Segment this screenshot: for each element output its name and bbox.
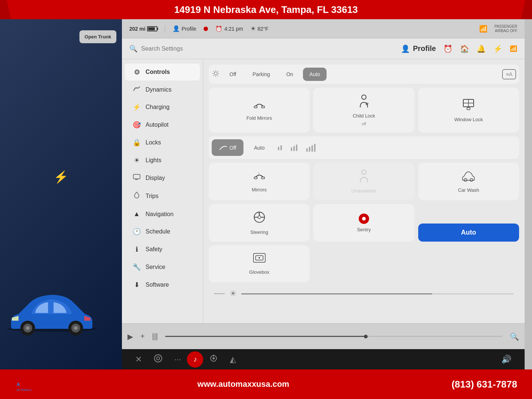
- svg-point-32: [470, 178, 473, 181]
- headlights-icon: [212, 69, 220, 79]
- sidebar-item-locks[interactable]: 🔒 Locks: [125, 134, 200, 151]
- open-trunk-button[interactable]: Open Trunk: [79, 30, 116, 43]
- sidebar-item-dynamics[interactable]: Dynamics: [125, 81, 200, 98]
- lights-icon: ☀: [132, 156, 141, 164]
- lights-parking-button[interactable]: Parking: [246, 68, 276, 81]
- sidebar-item-charging[interactable]: ⚡ Charging: [125, 99, 200, 116]
- lights-auto-button[interactable]: Auto: [303, 68, 327, 81]
- sidebar-item-autopilot[interactable]: 🎯 Autopilot: [125, 116, 200, 133]
- profile-header-label: Profile: [413, 44, 436, 53]
- sidebar-navigation-label: Navigation: [146, 211, 174, 218]
- car-wash-label: Car Wash: [458, 187, 479, 193]
- display-icon: [132, 174, 141, 182]
- search-input[interactable]: [141, 45, 397, 52]
- brightness-line: [214, 293, 225, 294]
- steering-card[interactable]: ↕ Steering: [209, 204, 310, 242]
- menu-nav-button[interactable]: ···: [168, 352, 187, 367]
- charging-icon: ⚡: [132, 103, 141, 111]
- media-progress-bar[interactable]: [165, 336, 502, 337]
- screen-body: ⊙ Controls Dynamics ⚡ Charging 🎯 Autopil…: [122, 59, 525, 323]
- profile-icon-sm: 👤: [173, 25, 180, 32]
- media-eq-button[interactable]: |||: [152, 332, 158, 341]
- media-progress-fill: [165, 336, 368, 337]
- media-add-button[interactable]: +: [140, 332, 145, 341]
- glovebox-card[interactable]: Glovebox: [209, 245, 310, 282]
- music-nav-button[interactable]: ♪: [187, 351, 203, 368]
- svg-point-8: [74, 326, 78, 330]
- wiper-bar-6: [306, 148, 308, 152]
- svg-text:A: A: [17, 382, 20, 387]
- window-lock-card[interactable]: Window Lock: [418, 88, 519, 133]
- wiper-bar-8: [311, 145, 313, 152]
- bottom-banner: A AUTOMAXX www.automaxxusa.com (813) 631…: [0, 369, 532, 399]
- sidebar-item-lights[interactable]: ☀ Lights: [125, 152, 200, 169]
- sidebar-item-safety[interactable]: ℹ Safety: [125, 241, 200, 258]
- fold-mirrors-label: Fold Mirrors: [246, 115, 272, 121]
- time-display: 4:21 pm: [224, 26, 243, 32]
- clock-status: ⏰ 4:21 pm: [215, 25, 243, 32]
- car-side-panel: Open Trunk ⚡: [0, 19, 122, 369]
- sentry-dot: [359, 214, 369, 224]
- sentry-card[interactable]: Sentry: [313, 204, 414, 242]
- volume-nav-button[interactable]: 🔊: [495, 352, 517, 367]
- safety-icon: ℹ: [132, 245, 141, 253]
- window-lock-icon: [462, 98, 475, 114]
- svg-rect-9: [133, 174, 140, 179]
- window-lock-label: Window Lock: [454, 117, 483, 122]
- service-icon: 🔧: [132, 263, 141, 271]
- sidebar-software-label: Software: [146, 282, 169, 288]
- joystick-nav-button[interactable]: [203, 351, 224, 368]
- top-banner: 14919 N Nebraska Ave, Tampa, FL 33613: [0, 0, 532, 19]
- map-nav-button[interactable]: ◭: [224, 352, 242, 367]
- media-search-button[interactable]: 🔍: [510, 332, 519, 341]
- sidebar-item-display[interactable]: Display: [125, 170, 200, 186]
- svg-line-18: [214, 75, 214, 76]
- automaxx-logo: A AUTOMAXX: [15, 376, 35, 393]
- sidebar-charging-label: Charging: [146, 104, 170, 110]
- wipers-off-button[interactable]: Off: [212, 139, 243, 156]
- svg-rect-27: [254, 177, 257, 179]
- car-wash-card[interactable]: Car Wash: [418, 163, 519, 200]
- brightness-slider[interactable]: [241, 293, 514, 294]
- passenger-airbag-badge: PASSENGER AIRBAG OFF: [495, 24, 518, 33]
- sentry-inner-dot: [362, 217, 366, 221]
- mirrors-card[interactable]: ↕ Mirrors: [209, 163, 310, 200]
- sidebar-item-schedule[interactable]: 🕐 Schedule: [125, 223, 200, 240]
- sidebar-item-service[interactable]: 🔧 Service: [125, 259, 200, 276]
- controls-content: Off Parking On Auto ≡A: [203, 59, 525, 323]
- sidebar-item-navigation[interactable]: ▲ Navigation: [125, 206, 200, 222]
- map-signal-icon: 📶: [479, 25, 487, 33]
- software-icon: ⬇: [132, 281, 141, 289]
- close-nav-button[interactable]: ✕: [129, 352, 148, 367]
- sidebar-locks-label: Locks: [146, 139, 161, 146]
- profile-status[interactable]: 👤 Profile: [173, 25, 197, 32]
- main-content: Open Trunk ⚡: [0, 19, 532, 369]
- svg-rect-19: [254, 106, 257, 108]
- svg-point-10: [214, 72, 217, 75]
- lights-on-label: On: [286, 71, 293, 77]
- home-icon: 🏠: [460, 44, 469, 53]
- wiper-speed-bars-2: [288, 141, 300, 154]
- media-play-button[interactable]: ▶: [127, 332, 133, 341]
- camera-nav-button[interactable]: [148, 351, 168, 368]
- svg-rect-28: [262, 177, 265, 179]
- svg-text:AUTOMAXX: AUTOMAXX: [17, 388, 31, 391]
- lights-off-button[interactable]: Off: [223, 68, 243, 81]
- battery-tip: [157, 28, 158, 30]
- lights-on-button[interactable]: On: [280, 68, 300, 81]
- sidebar-item-trips[interactable]: Trips: [125, 187, 200, 205]
- sidebar-item-controls[interactable]: ⊙ Controls: [125, 64, 200, 81]
- sidebar-trips-label: Trips: [146, 193, 158, 200]
- auto-button-container: Auto: [418, 204, 519, 242]
- child-lock-sublabel: off: [362, 122, 366, 126]
- child-lock-card[interactable]: Child Lock off: [313, 88, 414, 133]
- clock-icon: ⏰: [215, 25, 222, 32]
- sidebar: ⊙ Controls Dynamics ⚡ Charging 🎯 Autopil…: [122, 59, 203, 323]
- car-wash-icon: [461, 170, 476, 184]
- sidebar-item-software[interactable]: ⬇ Software: [125, 276, 200, 293]
- status-bar: 202 mi 👤 Profile ⏰ 4:21 pm ☀: [122, 19, 525, 38]
- fold-mirrors-card[interactable]: Fold Mirrors: [209, 88, 310, 133]
- fold-mirrors-icon: [253, 99, 266, 112]
- wipers-auto-button[interactable]: Auto: [246, 140, 272, 155]
- auto-control-button[interactable]: Auto: [418, 224, 519, 242]
